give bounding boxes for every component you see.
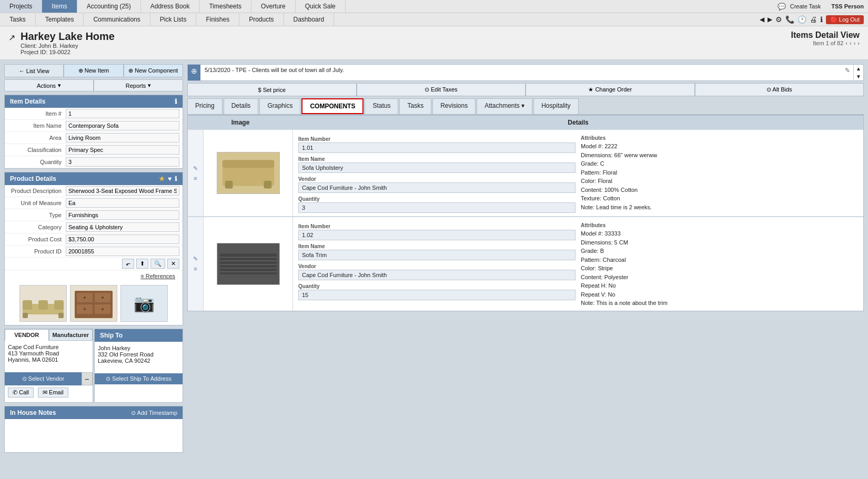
tab-status[interactable]: Status xyxy=(365,98,398,114)
field-product-cost: Product Cost xyxy=(5,233,183,246)
nav-tab-finishes[interactable]: Finishes xyxy=(196,13,239,26)
tab-graphics[interactable]: Graphics xyxy=(259,98,300,114)
tab-components[interactable]: COMPONENTS xyxy=(301,98,364,114)
product-action-btn1[interactable]: ⬐ xyxy=(122,259,134,269)
add-timestamp-btn[interactable]: ⊙ Add Timestamp xyxy=(131,410,177,416)
comp-row2-edit-icon[interactable]: ✎ xyxy=(193,256,198,262)
logout-btn[interactable]: 🔴 Log Out xyxy=(826,15,864,24)
new-item-btn[interactable]: ⊕ New Item xyxy=(64,64,123,77)
nav-right-icon[interactable]: › xyxy=(854,40,856,46)
tab-revisions[interactable]: Revisions xyxy=(432,98,476,114)
heart-icon[interactable]: ♥ xyxy=(168,175,171,182)
tab-pricing[interactable]: Pricing xyxy=(187,98,223,114)
reports-btn[interactable]: Reports ▾ xyxy=(94,79,183,91)
prev-icon[interactable]: ◀ xyxy=(760,16,764,23)
unit-measure-input[interactable] xyxy=(66,198,179,208)
create-task-icon[interactable]: 💬 xyxy=(778,3,786,11)
view-title-main: Items Detail View xyxy=(791,30,860,40)
nav-tab-dashboard[interactable]: Dashboard xyxy=(284,13,335,26)
comp-row2-attr-text: Model #: 33333 Dimensions: 5 CM Grade: B… xyxy=(581,229,858,308)
vendor-minus-btn[interactable]: – xyxy=(82,372,93,385)
tab-hospitality[interactable]: Hospitality xyxy=(533,98,578,114)
product-action-btn2[interactable]: ⬆ xyxy=(136,259,148,269)
nav-tab-overture[interactable]: Overture xyxy=(251,0,296,13)
print-icon[interactable]: 🖨 xyxy=(810,15,817,24)
next-icon[interactable]: ▶ xyxy=(768,16,772,23)
notes-edit-btn[interactable]: ✎ xyxy=(842,65,853,80)
list-view-btn[interactable]: ← List View xyxy=(4,64,64,77)
create-task-label[interactable]: Create Task xyxy=(790,3,821,9)
quantity-input[interactable] xyxy=(66,157,179,167)
notes-scroll-down[interactable]: ▼ xyxy=(854,73,863,80)
nav-tab-addressbook[interactable]: Address Book xyxy=(141,0,200,13)
edit-taxes-btn[interactable]: ⊙ Edit Taxes xyxy=(357,83,526,96)
notes-scroll-up[interactable]: ▲ xyxy=(854,65,863,73)
nav-tab-accounting[interactable]: Accounting (25) xyxy=(77,0,141,13)
info-icon[interactable]: ℹ xyxy=(820,15,823,24)
clock-icon[interactable]: 🕐 xyxy=(798,15,806,24)
nav-tab-timesheets[interactable]: Timesheets xyxy=(199,0,251,13)
nav-left-icon[interactable]: ‹ xyxy=(845,40,847,46)
area-input[interactable] xyxy=(66,133,179,142)
comp-row1-itemnum-value: 1.01 xyxy=(298,142,576,153)
actions-label: Actions xyxy=(37,83,56,89)
nav-left2-icon[interactable]: ‹ xyxy=(850,40,852,46)
new-component-btn[interactable]: ⊕ New Component xyxy=(124,64,183,77)
product-desc-input[interactable] xyxy=(66,186,179,196)
item-details-info-icon[interactable]: ℹ xyxy=(175,98,177,105)
nav-tab-templates[interactable]: Templates xyxy=(36,13,84,26)
col-details-header: Details xyxy=(293,119,863,126)
phone-icon[interactable]: 📞 xyxy=(785,15,794,24)
nav-tab-projects[interactable]: Projects xyxy=(0,0,42,13)
product-img3[interactable]: 📷 xyxy=(120,285,168,322)
comp-row2-drag-icon[interactable]: ≡ xyxy=(194,266,197,272)
field-category: Category xyxy=(5,221,183,233)
nav-tab-items[interactable]: Items xyxy=(42,0,77,13)
external-link-icon[interactable]: ↗ xyxy=(8,33,15,43)
references-btn[interactable]: ≡ References xyxy=(136,271,179,281)
nav-right2-icon[interactable]: › xyxy=(857,40,860,46)
classification-input[interactable] xyxy=(66,145,179,155)
nav-tab-tasks[interactable]: Tasks xyxy=(0,13,36,26)
nav-tab-communications[interactable]: Communications xyxy=(84,13,150,26)
alt-bids-btn[interactable]: ⊙ Alt Bids xyxy=(695,83,864,96)
comp-row2-vendor-label: Vendor xyxy=(298,263,576,269)
product-img2[interactable] xyxy=(70,285,117,322)
comp-row2-img xyxy=(217,243,280,285)
actions-btn[interactable]: Actions ▾ xyxy=(4,79,94,91)
category-input[interactable] xyxy=(66,222,179,232)
select-ship-to-btn[interactable]: ⊙ Select Ship To Address xyxy=(95,373,183,384)
comp-row1-drag-icon[interactable]: ≡ xyxy=(194,175,197,181)
svg-rect-3 xyxy=(38,300,48,310)
star-icon[interactable]: ★ xyxy=(159,175,165,182)
nav-tab-products[interactable]: Products xyxy=(239,13,284,26)
nav-tab-picklists[interactable]: Pick Lists xyxy=(150,13,197,26)
type-input[interactable] xyxy=(66,210,179,220)
vendor-tab[interactable]: VENDOR xyxy=(5,329,49,341)
product-img1[interactable] xyxy=(19,285,67,322)
comp-row1-edit-icon[interactable]: ✎ xyxy=(193,165,198,172)
email-btn[interactable]: ✉ Email xyxy=(38,388,68,398)
product-action-btn3[interactable]: 🔍 xyxy=(150,259,165,269)
select-vendor-btn[interactable]: ⊙ Select Vendor xyxy=(5,372,82,385)
item-number-input[interactable] xyxy=(66,109,179,118)
item-name-input[interactable] xyxy=(66,121,179,130)
tab-tasks[interactable]: Tasks xyxy=(399,98,431,114)
product-info-icon[interactable]: ℹ xyxy=(175,175,177,182)
nav-tab-quicksale[interactable]: Quick Sale xyxy=(296,0,346,13)
call-btn[interactable]: ✆ Call xyxy=(8,388,34,398)
settings-icon[interactable]: ⚙ xyxy=(775,15,782,24)
notes-scroll: ▲ ▼ xyxy=(853,65,863,80)
change-order-btn[interactable]: ★ Change Order xyxy=(526,83,695,96)
product-action-btn4[interactable]: ✕ xyxy=(167,259,179,269)
vendor-select-row: ⊙ Select Vendor – xyxy=(5,372,93,385)
product-id-input[interactable] xyxy=(66,247,179,256)
product-cost-input[interactable] xyxy=(66,235,179,244)
notes-expand-btn[interactable]: ⊕ xyxy=(188,65,200,80)
tab-attachments[interactable]: Attachments ▾ xyxy=(477,98,532,114)
inhouse-textarea[interactable] xyxy=(5,419,183,451)
manufacturer-tab[interactable]: Manufacturer xyxy=(49,329,93,341)
set-price-btn[interactable]: $ Set price xyxy=(187,83,357,96)
comp-row1-attributes: Attributes Model #: 2222 Dimensions: 66"… xyxy=(581,133,858,213)
tab-details[interactable]: Details xyxy=(224,98,259,114)
